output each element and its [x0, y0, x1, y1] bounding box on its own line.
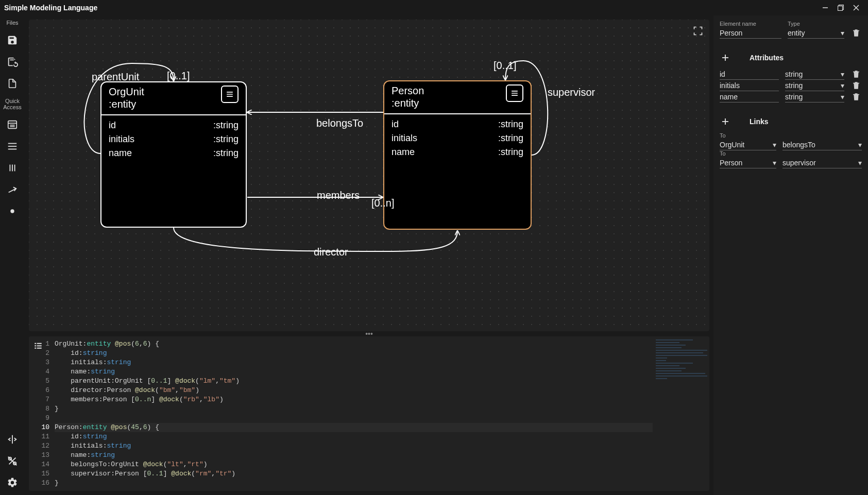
type-select[interactable]: entity▾ [788, 28, 844, 39]
entity-attribute: name:string [392, 145, 523, 159]
link-relation-select[interactable]: belongsTo▾ [782, 140, 862, 150]
svg-rect-29 [35, 345, 36, 346]
svg-rect-27 [35, 343, 36, 344]
edge-label: [0..1] [167, 70, 190, 82]
minimize-button[interactable] [818, 0, 833, 15]
svg-rect-30 [37, 345, 42, 346]
add-attribute-button[interactable] [720, 52, 731, 63]
app-title: Simple Modeling Language [4, 4, 97, 12]
element-name-label: Element name [720, 21, 781, 27]
edge-label: [0..n] [371, 197, 394, 209]
chevron-down-icon[interactable]: ▾ [841, 81, 844, 90]
entity-box[interactable]: OrgUnit :entityid:stringinitials:stringn… [100, 81, 247, 228]
edge-label: members [317, 190, 360, 201]
entity-attribute: initials:string [109, 132, 239, 146]
code-outline-icon[interactable] [32, 339, 44, 352]
link-to-select[interactable]: Person▾ [720, 158, 776, 168]
attribute-name-input[interactable]: initials [720, 80, 779, 91]
canvas[interactable]: OrgUnit :entityid:stringinitials:stringn… [29, 20, 709, 331]
link-relation-select[interactable]: supervisor▾ [782, 158, 862, 168]
attribute-type-select[interactable]: string▾ [785, 69, 844, 80]
svg-rect-31 [35, 348, 36, 349]
edge-label: belongsTo [316, 117, 363, 129]
chevron-down-icon[interactable]: ▾ [858, 159, 862, 167]
entity-attribute: name:string [109, 146, 239, 160]
entity-title: OrgUnit :entity [109, 86, 144, 110]
properties-panel: Element name Person Type entity▾ Attribu… [713, 15, 868, 495]
chevron-down-icon[interactable]: ▾ [773, 159, 776, 167]
attribute-row: initialsstring▾ [720, 80, 862, 91]
titlebar: Simple Modeling Language [0, 0, 868, 15]
delete-attribute-button[interactable] [850, 91, 862, 103]
dot-icon[interactable] [5, 204, 20, 218]
chevron-down-icon[interactable]: ▾ [841, 70, 844, 78]
splitter-horizontal[interactable]: ••• [29, 331, 709, 336]
link-to-select[interactable]: OrgUnit▾ [720, 140, 776, 150]
entity-doc-icon[interactable] [506, 84, 523, 102]
chevron-down-icon[interactable]: ▾ [858, 141, 862, 149]
save-icon[interactable] [5, 33, 20, 47]
sidebar-files-label: Files [6, 20, 18, 26]
svg-rect-2 [838, 6, 843, 11]
maximize-button[interactable] [833, 0, 848, 15]
chevron-down-icon[interactable]: ▾ [841, 29, 844, 37]
svg-rect-28 [37, 343, 42, 344]
entity-attribute: id:string [109, 118, 239, 132]
columns-icon[interactable] [5, 161, 20, 175]
attribute-name-input[interactable]: name [720, 92, 779, 103]
edge-label: supervisor [548, 87, 595, 98]
attribute-type-select[interactable]: string▾ [785, 92, 844, 103]
sidebar-quick-access-label: QuickAccess [3, 98, 21, 110]
svg-point-15 [10, 209, 14, 213]
edge-label: [0..1] [493, 60, 516, 72]
entity-attribute: initials:string [392, 131, 523, 145]
menu-icon[interactable] [5, 139, 20, 153]
entity-tool-icon[interactable] [5, 117, 20, 132]
frame-fit-icon[interactable] [691, 24, 705, 38]
delete-attribute-button[interactable] [850, 69, 862, 80]
link-tool-icon[interactable] [5, 182, 20, 197]
link-to-label: To [720, 132, 776, 139]
settings-icon[interactable] [5, 475, 20, 490]
save-refresh-icon[interactable] [5, 55, 20, 69]
entity-title: Person :entity [392, 84, 424, 109]
link-row: ToPerson▾supervisor▾ [720, 150, 862, 168]
minimap[interactable] [653, 336, 709, 491]
chevron-down-icon[interactable]: ▾ [841, 93, 844, 101]
edge-label: director [314, 246, 348, 258]
links-heading: Links [750, 117, 769, 126]
attribute-type-select[interactable]: string▾ [785, 80, 844, 91]
add-link-button[interactable] [720, 116, 731, 127]
attributes-heading: Attributes [750, 54, 784, 62]
sidebar: Files QuickAccess [0, 15, 25, 495]
attribute-row: namestring▾ [720, 91, 862, 103]
edge-label: parentUnit [92, 71, 139, 83]
delete-element-button[interactable] [850, 27, 862, 39]
link-to-label: To [720, 150, 776, 157]
chevron-down-icon[interactable]: ▾ [773, 141, 776, 149]
entity-doc-icon[interactable] [221, 86, 239, 103]
attribute-row: idstring▾ [720, 69, 862, 80]
percent-off-icon[interactable] [5, 454, 20, 468]
link-row: ToOrgUnit▾belongsTo▾ [720, 132, 862, 150]
entity-attribute: id:string [392, 117, 523, 131]
element-name-input[interactable]: Person [720, 28, 781, 39]
new-file-icon[interactable] [5, 76, 20, 91]
delete-attribute-button[interactable] [850, 80, 862, 91]
svg-rect-5 [8, 121, 17, 129]
svg-rect-32 [37, 348, 42, 349]
type-label: Type [788, 21, 844, 27]
entity-box[interactable]: Person :entityid:stringinitials:stringna… [383, 80, 532, 230]
attribute-name-input[interactable]: id [720, 69, 779, 80]
close-button[interactable] [848, 0, 864, 15]
code-editor[interactable]: 12345678910111213141516 OrgUnit:entity @… [29, 336, 709, 491]
split-horizontal-icon[interactable] [5, 432, 20, 447]
